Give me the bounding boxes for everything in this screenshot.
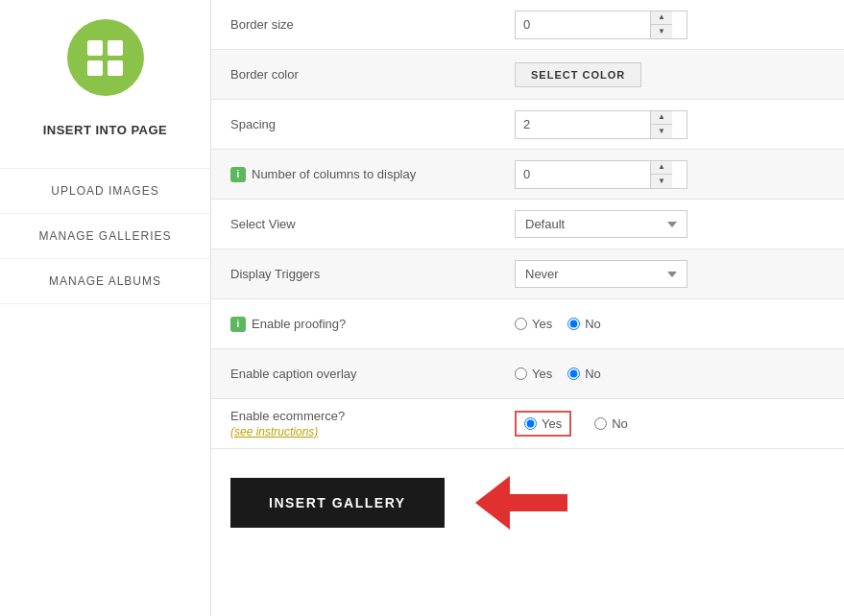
logo-grid-cell xyxy=(108,40,123,56)
caption-overlay-no-label[interactable]: No xyxy=(567,367,601,381)
sidebar-item-manage-galleries[interactable]: MANAGE GALLERIES xyxy=(0,213,210,258)
display-triggers-row: Display Triggers Never Always On Hover xyxy=(211,249,844,299)
num-columns-decrement[interactable]: ▼ xyxy=(651,175,672,188)
ecommerce-yes-radio[interactable] xyxy=(524,417,537,430)
enable-proofing-label: i Enable proofing? xyxy=(211,307,499,342)
sidebar: INSERT INTO PAGE UPLOAD IMAGES MANAGE GA… xyxy=(0,0,211,616)
sidebar-nav: UPLOAD IMAGES MANAGE GALLERIES MANAGE AL… xyxy=(0,168,210,304)
spacing-decrement[interactable]: ▼ xyxy=(651,125,672,138)
info-icon: i xyxy=(230,167,246,182)
num-columns-increment[interactable]: ▲ xyxy=(651,161,672,175)
display-triggers-label: Display Triggers xyxy=(211,257,499,291)
border-color-label: Border color xyxy=(211,58,499,91)
border-size-control: ▲ ▼ xyxy=(499,3,844,47)
enable-ecommerce-row: Enable ecommerce? (see instructions) Yes… xyxy=(211,399,844,449)
caption-overlay-label: Enable caption overlay xyxy=(211,357,499,391)
caption-overlay-yes-radio[interactable] xyxy=(515,367,527,380)
see-instructions-link[interactable]: (see instructions) xyxy=(230,425,345,438)
caption-overlay-radio-group: Yes No xyxy=(515,367,601,381)
logo-grid xyxy=(87,40,123,76)
spacing-input[interactable] xyxy=(516,112,650,136)
ecommerce-yes-highlight: Yes xyxy=(515,411,571,437)
border-size-increment[interactable]: ▲ xyxy=(651,12,672,25)
spacing-spinners: ▲ ▼ xyxy=(650,111,672,138)
num-columns-control: ▲ ▼ xyxy=(499,153,844,197)
proofing-yes-label[interactable]: Yes xyxy=(515,317,552,331)
select-color-button[interactable]: SELECT COLOR xyxy=(515,62,641,87)
ecommerce-radio-group: Yes No xyxy=(515,411,628,437)
spacing-label: Spacing xyxy=(211,107,499,141)
arrow-container xyxy=(475,476,567,530)
border-color-control: SELECT COLOR xyxy=(499,55,844,95)
spacing-input-wrapper: ▲ ▼ xyxy=(515,110,687,139)
logo-grid-cell xyxy=(108,60,123,76)
select-view-control: Default Mosaic Masonry Slideshow xyxy=(499,202,844,246)
display-triggers-dropdown[interactable]: Never Always On Hover xyxy=(515,260,687,288)
app-logo xyxy=(67,19,144,96)
num-columns-spinners: ▲ ▼ xyxy=(650,161,672,188)
ecommerce-no-radio[interactable] xyxy=(594,417,607,430)
select-view-row: Select View Default Mosaic Masonry Slide… xyxy=(211,200,844,249)
main-content: Border size ▲ ▼ Border color SELECT COLO… xyxy=(211,0,844,616)
proofing-no-radio[interactable] xyxy=(567,318,580,330)
border-size-label: Border size xyxy=(211,8,499,41)
num-columns-input-wrapper: ▲ ▼ xyxy=(515,160,687,189)
enable-proofing-row: i Enable proofing? Yes No xyxy=(211,299,844,349)
proofing-info-icon: i xyxy=(230,317,246,332)
logo-grid-cell xyxy=(87,60,103,76)
spacing-increment[interactable]: ▲ xyxy=(651,111,672,125)
sidebar-item-manage-albums[interactable]: MANAGE ALBUMS xyxy=(0,258,210,304)
sidebar-item-upload-images[interactable]: UPLOAD IMAGES xyxy=(0,168,210,213)
num-columns-row: i Number of columns to display ▲ ▼ xyxy=(211,150,844,200)
enable-ecommerce-control: Yes No xyxy=(499,403,844,444)
proofing-no-label[interactable]: No xyxy=(567,317,601,331)
display-triggers-control: Never Always On Hover xyxy=(499,252,844,296)
insert-gallery-button[interactable]: INSERT GALLERY xyxy=(230,478,445,528)
ecommerce-no-label[interactable]: No xyxy=(594,416,628,431)
ecommerce-label-col: Enable ecommerce? (see instructions) xyxy=(230,409,345,438)
border-size-input[interactable] xyxy=(516,12,650,36)
arrow-shape xyxy=(475,476,567,530)
spacing-row: Spacing ▲ ▼ xyxy=(211,100,844,150)
select-view-label: Select View xyxy=(211,207,499,241)
caption-overlay-no-radio[interactable] xyxy=(567,367,580,380)
sidebar-title: INSERT INTO PAGE xyxy=(43,123,168,137)
num-columns-label: i Number of columns to display xyxy=(211,157,499,192)
arrow-head xyxy=(475,476,510,530)
enable-proofing-control: Yes No xyxy=(499,309,844,339)
proofing-yes-radio[interactable] xyxy=(515,318,527,330)
border-size-decrement[interactable]: ▼ xyxy=(651,25,672,38)
ecommerce-yes-label[interactable]: Yes xyxy=(524,416,562,431)
border-size-row: Border size ▲ ▼ xyxy=(211,0,844,50)
select-view-dropdown[interactable]: Default Mosaic Masonry Slideshow xyxy=(515,210,687,238)
enable-ecommerce-label: Enable ecommerce? (see instructions) xyxy=(211,399,499,448)
caption-overlay-row: Enable caption overlay Yes No xyxy=(211,349,844,399)
arrow-body xyxy=(510,494,567,511)
spacing-control: ▲ ▼ xyxy=(499,103,844,147)
insert-gallery-section: INSERT GALLERY xyxy=(211,449,844,557)
border-size-spinners: ▲ ▼ xyxy=(650,12,672,38)
proofing-radio-group: Yes No xyxy=(515,317,601,331)
logo-grid-cell xyxy=(87,40,103,56)
border-color-row: Border color SELECT COLOR xyxy=(211,50,844,100)
num-columns-input[interactable] xyxy=(516,162,650,186)
border-size-input-wrapper: ▲ ▼ xyxy=(515,11,687,39)
caption-overlay-yes-label[interactable]: Yes xyxy=(515,367,552,381)
caption-overlay-control: Yes No xyxy=(499,359,844,389)
